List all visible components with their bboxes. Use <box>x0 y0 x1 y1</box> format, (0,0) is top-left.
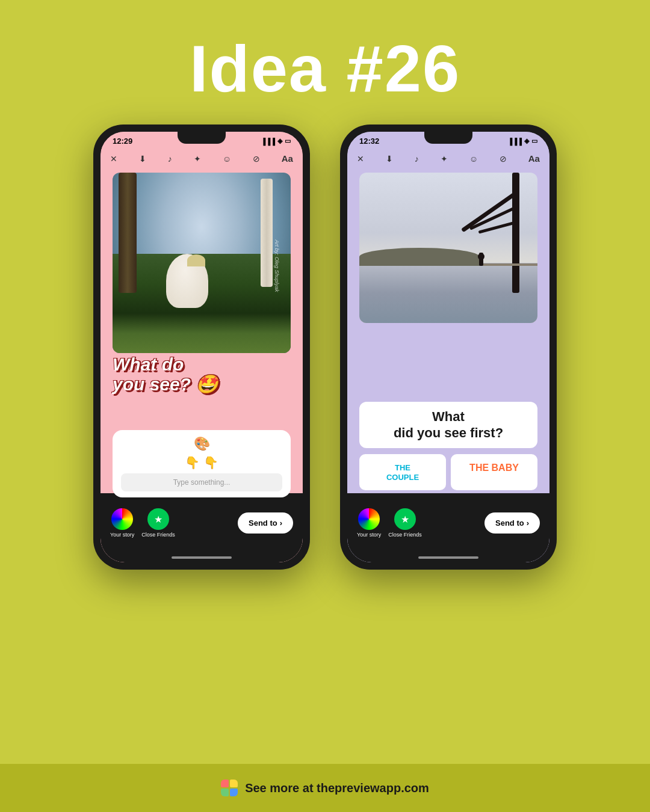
distant-trees <box>359 248 480 266</box>
question-line1: What do <box>113 354 218 374</box>
phone-2-home-indicator <box>418 556 478 559</box>
poll-question-line2: did you see first? <box>394 425 503 440</box>
phone-1-bottom-bar: Your story ★ Close Friends Send to › <box>101 493 303 562</box>
close-friends-icon-2: ★ <box>394 508 416 530</box>
poll-question-text: What did you see first? <box>369 409 528 441</box>
quiz-emoji: 🎨 <box>194 436 210 452</box>
painting-1: Art by: Oleg Shuplyak <box>113 173 291 353</box>
chevron-right-icon-1: › <box>280 518 282 527</box>
phone-1-image: Art by: Oleg Shuplyak <box>113 173 291 353</box>
effects-icon-2[interactable]: ✦ <box>441 154 448 164</box>
page-title: Idea #26 <box>0 30 650 106</box>
text-icon-2[interactable]: Aa <box>528 153 540 164</box>
logo-q1 <box>221 780 229 787</box>
phone-2: 12:32 ▐▐▐ ◈ ▭ ✕ ⬇ ♪ ✦ ☺ ⊘ Aa <box>340 125 557 570</box>
phone-2-notch <box>424 132 472 144</box>
question-line2: you see? 🤩 <box>113 374 218 394</box>
phones-container: 12:29 ▐▐▐ ◈ ▭ ✕ ⬇ ♪ ✦ ☺ ⊘ Aa <box>0 125 650 570</box>
footer: See more at thepreviewapp.com <box>0 764 650 812</box>
phone-1-inner: 12:29 ▐▐▐ ◈ ▭ ✕ ⬇ ♪ ✦ ☺ ⊘ Aa <box>101 132 303 562</box>
your-story-icon-2 <box>358 508 380 530</box>
painting-figure-head <box>478 253 484 260</box>
option-couple-text: THE COUPLE <box>386 463 419 482</box>
music-icon-2[interactable]: ♪ <box>415 154 419 164</box>
close-friends-icon-1: ★ <box>147 508 169 530</box>
poll-widget: What did you see first? THE COUPLE THE B… <box>359 402 537 490</box>
phone-2-bottom-bar: Your story ★ Close Friends Send to › <box>347 493 549 562</box>
quiz-widget: 🎨 👇 👇 Type something... <box>113 430 291 497</box>
poll-question-box: What did you see first? <box>359 402 537 448</box>
tree-trunk <box>512 173 519 293</box>
music-icon[interactable]: ♪ <box>168 154 172 164</box>
painting-2-water <box>359 263 537 323</box>
phone-2-toolbar: ✕ ⬇ ♪ ✦ ☺ ⊘ Aa <box>347 151 549 166</box>
battery-icon-2: ▭ <box>531 137 537 145</box>
close-icon[interactable]: ✕ <box>110 154 117 164</box>
chevron-right-icon-2: › <box>527 518 529 527</box>
phone-2-inner: 12:32 ▐▐▐ ◈ ▭ ✕ ⬇ ♪ ✦ ☺ ⊘ Aa <box>347 132 549 562</box>
send-to-label-2: Send to <box>495 518 524 527</box>
quiz-hands: 👇 👇 <box>121 455 282 470</box>
your-story-btn-2[interactable]: Your story <box>357 508 381 538</box>
close-friends-label-1: Close Friends <box>141 532 175 538</box>
your-story-btn-1[interactable]: Your story <box>110 508 134 538</box>
close-friends-label-2: Close Friends <box>388 532 422 538</box>
send-to-btn-1[interactable]: Send to › <box>238 512 293 534</box>
text-icon[interactable]: Aa <box>282 153 293 164</box>
download-icon-2[interactable]: ⬇ <box>386 154 393 164</box>
logo-q3 <box>221 789 229 796</box>
story-question-text: What do you see? 🤩 <box>113 354 218 394</box>
emoji-icon[interactable]: ☺ <box>223 154 231 164</box>
art-credit: Art by: Oleg Shuplyak <box>273 239 279 292</box>
close-friends-btn-2[interactable]: ★ Close Friends <box>388 508 422 538</box>
footer-text: See more at thepreviewapp.com <box>245 781 429 795</box>
effects-icon[interactable]: ✦ <box>194 154 201 164</box>
send-to-label-1: Send to <box>249 518 277 527</box>
hand-icon-1: 👇 <box>185 455 200 470</box>
your-story-label-2: Your story <box>357 532 381 538</box>
poll-option-couple[interactable]: THE COUPLE <box>359 454 446 490</box>
phone-1-toolbar: ✕ ⬇ ♪ ✦ ☺ ⊘ Aa <box>101 151 303 166</box>
emoji-icon-2[interactable]: ☺ <box>469 154 478 164</box>
poll-options: THE COUPLE THE BABY <box>359 454 537 490</box>
close-friends-btn-1[interactable]: ★ Close Friends <box>141 508 175 538</box>
painting-2 <box>359 173 537 323</box>
poll-question-line1: What <box>432 409 465 424</box>
phone-1-home-indicator <box>172 556 232 559</box>
phone-1-status-icons: ▐▐▐ ◈ ▭ <box>261 137 291 145</box>
download-icon[interactable]: ⬇ <box>139 154 146 164</box>
signal-icon-2: ▐▐▐ <box>508 138 522 145</box>
poll-option-baby[interactable]: THE BABY <box>451 454 537 490</box>
phone-2-time: 12:32 <box>359 137 379 146</box>
signal-icon: ▐▐▐ <box>261 138 275 145</box>
option-baby-text: THE BABY <box>469 463 519 473</box>
your-story-label-1: Your story <box>110 532 134 538</box>
hand-icon-2: 👇 <box>203 455 218 470</box>
painting-hat <box>187 254 205 266</box>
phone-2-status-icons: ▐▐▐ ◈ ▭ <box>508 137 537 145</box>
logo-q2 <box>230 780 238 787</box>
send-to-btn-2[interactable]: Send to › <box>484 512 540 534</box>
quiz-widget-header: 🎨 <box>121 436 282 452</box>
page-header: Idea #26 <box>0 0 650 125</box>
wifi-icon-2: ◈ <box>524 137 529 145</box>
your-story-icon-1 <box>111 508 133 530</box>
logo-q4 <box>230 789 238 796</box>
footer-logo <box>221 780 238 796</box>
phone-1-notch <box>178 132 226 144</box>
phone-1: 12:29 ▐▐▐ ◈ ▭ ✕ ⬇ ♪ ✦ ☺ ⊘ Aa <box>93 125 310 570</box>
painting-1-tree-left <box>119 173 137 293</box>
quiz-input[interactable]: Type something... <box>121 473 282 491</box>
phone-1-time: 12:29 <box>113 137 132 146</box>
close-icon-2[interactable]: ✕ <box>357 154 364 164</box>
phone-2-image <box>359 173 537 323</box>
mute-icon[interactable]: ⊘ <box>253 154 260 164</box>
painting-1-tree-right <box>261 179 273 287</box>
wifi-icon: ◈ <box>277 137 282 145</box>
battery-icon: ▭ <box>285 137 291 145</box>
mute-icon-2[interactable]: ⊘ <box>500 154 507 164</box>
